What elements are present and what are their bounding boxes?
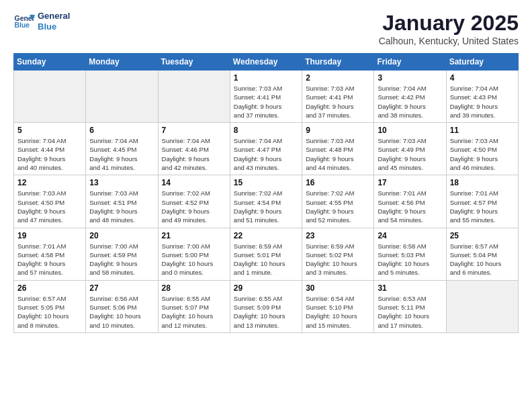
calendar-cell: 14Sunrise: 7:02 AM Sunset: 4:52 PM Dayli… bbox=[158, 175, 230, 228]
calendar-week-row: 5Sunrise: 7:04 AM Sunset: 4:44 PM Daylig… bbox=[14, 123, 519, 175]
day-info: Sunrise: 6:59 AM Sunset: 5:02 PM Dayligh… bbox=[306, 242, 370, 277]
calendar-cell: 18Sunrise: 7:01 AM Sunset: 4:57 PM Dayli… bbox=[446, 175, 518, 228]
calendar-cell: 6Sunrise: 7:04 AM Sunset: 4:45 PM Daylig… bbox=[86, 123, 158, 175]
day-number: 23 bbox=[306, 231, 370, 240]
day-info: Sunrise: 7:03 AM Sunset: 4:41 PM Dayligh… bbox=[234, 84, 298, 120]
header-wednesday: Wednesday bbox=[230, 54, 302, 71]
weekday-header-row: Sunday Monday Tuesday Wednesday Thursday… bbox=[14, 54, 519, 71]
header-saturday: Saturday bbox=[446, 54, 518, 71]
day-info: Sunrise: 6:56 AM Sunset: 5:06 PM Dayligh… bbox=[89, 294, 154, 330]
header-monday: Monday bbox=[86, 54, 158, 71]
calendar-cell: 27Sunrise: 6:56 AM Sunset: 5:06 PM Dayli… bbox=[86, 280, 158, 332]
day-number: 14 bbox=[162, 178, 226, 187]
day-info: Sunrise: 7:02 AM Sunset: 4:54 PM Dayligh… bbox=[234, 189, 298, 224]
day-number: 12 bbox=[17, 178, 82, 187]
day-number: 3 bbox=[378, 73, 442, 83]
day-info: Sunrise: 7:04 AM Sunset: 4:43 PM Dayligh… bbox=[450, 84, 515, 120]
day-number: 29 bbox=[234, 283, 298, 293]
calendar-cell: 24Sunrise: 6:58 AM Sunset: 5:03 PM Dayli… bbox=[374, 228, 446, 280]
calendar-cell: 8Sunrise: 7:04 AM Sunset: 4:47 PM Daylig… bbox=[230, 123, 302, 175]
day-info: Sunrise: 7:03 AM Sunset: 4:48 PM Dayligh… bbox=[306, 136, 370, 172]
day-number: 18 bbox=[450, 178, 515, 187]
day-number: 9 bbox=[306, 126, 370, 135]
logo: General Blue General Blue bbox=[13, 11, 70, 32]
day-info: Sunrise: 7:02 AM Sunset: 4:52 PM Dayligh… bbox=[162, 189, 226, 224]
day-info: Sunrise: 7:04 AM Sunset: 4:46 PM Dayligh… bbox=[162, 136, 226, 172]
day-number: 15 bbox=[234, 178, 298, 187]
day-number: 31 bbox=[378, 283, 442, 293]
day-info: Sunrise: 7:04 AM Sunset: 4:44 PM Dayligh… bbox=[17, 136, 82, 172]
day-info: Sunrise: 7:03 AM Sunset: 4:50 PM Dayligh… bbox=[450, 136, 515, 172]
day-number: 17 bbox=[378, 178, 442, 187]
day-info: Sunrise: 7:04 AM Sunset: 4:45 PM Dayligh… bbox=[89, 136, 154, 172]
calendar-week-row: 26Sunrise: 6:57 AM Sunset: 5:05 PM Dayli… bbox=[14, 280, 519, 332]
day-number: 21 bbox=[162, 231, 226, 240]
calendar-cell bbox=[158, 71, 230, 123]
day-info: Sunrise: 7:04 AM Sunset: 4:47 PM Dayligh… bbox=[234, 136, 298, 172]
calendar-table: Sunday Monday Tuesday Wednesday Thursday… bbox=[13, 53, 519, 333]
day-info: Sunrise: 6:57 AM Sunset: 5:04 PM Dayligh… bbox=[450, 242, 515, 277]
day-number: 16 bbox=[306, 178, 370, 187]
calendar-cell bbox=[14, 71, 86, 123]
day-info: Sunrise: 6:55 AM Sunset: 5:09 PM Dayligh… bbox=[234, 294, 298, 330]
calendar-cell: 10Sunrise: 7:03 AM Sunset: 4:49 PM Dayli… bbox=[374, 123, 446, 175]
day-info: Sunrise: 7:01 AM Sunset: 4:57 PM Dayligh… bbox=[450, 189, 515, 224]
calendar-cell: 26Sunrise: 6:57 AM Sunset: 5:05 PM Dayli… bbox=[14, 280, 86, 332]
header-sunday: Sunday bbox=[14, 54, 86, 71]
calendar-cell: 19Sunrise: 7:01 AM Sunset: 4:58 PM Dayli… bbox=[14, 228, 86, 280]
day-info: Sunrise: 7:03 AM Sunset: 4:49 PM Dayligh… bbox=[378, 136, 442, 172]
calendar-cell: 21Sunrise: 7:00 AM Sunset: 5:00 PM Dayli… bbox=[158, 228, 230, 280]
day-number: 7 bbox=[162, 126, 226, 135]
day-info: Sunrise: 6:59 AM Sunset: 5:01 PM Dayligh… bbox=[234, 242, 298, 277]
day-number: 19 bbox=[17, 231, 82, 240]
calendar-cell bbox=[446, 280, 518, 332]
header: General Blue General Blue January 2025 C… bbox=[13, 11, 519, 46]
day-number: 8 bbox=[234, 126, 298, 135]
calendar-cell: 9Sunrise: 7:03 AM Sunset: 4:48 PM Daylig… bbox=[302, 123, 374, 175]
day-number: 6 bbox=[89, 126, 154, 135]
calendar-week-row: 19Sunrise: 7:01 AM Sunset: 4:58 PM Dayli… bbox=[14, 228, 519, 280]
calendar-cell: 29Sunrise: 6:55 AM Sunset: 5:09 PM Dayli… bbox=[230, 280, 302, 332]
day-info: Sunrise: 7:03 AM Sunset: 4:51 PM Dayligh… bbox=[89, 189, 154, 224]
day-info: Sunrise: 6:54 AM Sunset: 5:10 PM Dayligh… bbox=[306, 294, 370, 330]
calendar-cell: 15Sunrise: 7:02 AM Sunset: 4:54 PM Dayli… bbox=[230, 175, 302, 228]
header-tuesday: Tuesday bbox=[158, 54, 230, 71]
day-number: 11 bbox=[450, 126, 515, 135]
calendar-cell: 28Sunrise: 6:55 AM Sunset: 5:07 PM Dayli… bbox=[158, 280, 230, 332]
svg-text:Blue: Blue bbox=[15, 21, 30, 29]
calendar-cell: 13Sunrise: 7:03 AM Sunset: 4:51 PM Dayli… bbox=[86, 175, 158, 228]
calendar-cell: 3Sunrise: 7:04 AM Sunset: 4:42 PM Daylig… bbox=[374, 71, 446, 123]
calendar-cell: 11Sunrise: 7:03 AM Sunset: 4:50 PM Dayli… bbox=[446, 123, 518, 175]
day-number: 5 bbox=[17, 126, 82, 135]
calendar-cell: 25Sunrise: 6:57 AM Sunset: 5:04 PM Dayli… bbox=[446, 228, 518, 280]
day-info: Sunrise: 7:01 AM Sunset: 4:58 PM Dayligh… bbox=[17, 242, 82, 277]
day-info: Sunrise: 6:55 AM Sunset: 5:07 PM Dayligh… bbox=[162, 294, 226, 330]
calendar-cell: 17Sunrise: 7:01 AM Sunset: 4:56 PM Dayli… bbox=[374, 175, 446, 228]
calendar-cell: 4Sunrise: 7:04 AM Sunset: 4:43 PM Daylig… bbox=[446, 71, 518, 123]
calendar-cell: 1Sunrise: 7:03 AM Sunset: 4:41 PM Daylig… bbox=[230, 71, 302, 123]
day-number: 27 bbox=[89, 283, 154, 293]
day-number: 20 bbox=[89, 231, 154, 240]
day-number: 1 bbox=[234, 73, 298, 83]
day-info: Sunrise: 6:58 AM Sunset: 5:03 PM Dayligh… bbox=[378, 242, 442, 277]
header-thursday: Thursday bbox=[302, 54, 374, 71]
calendar-cell: 22Sunrise: 6:59 AM Sunset: 5:01 PM Dayli… bbox=[230, 228, 302, 280]
day-info: Sunrise: 7:03 AM Sunset: 4:50 PM Dayligh… bbox=[17, 189, 82, 224]
month-title: January 2025 bbox=[379, 11, 519, 36]
logo-icon: General Blue bbox=[13, 12, 35, 31]
day-info: Sunrise: 7:04 AM Sunset: 4:42 PM Dayligh… bbox=[378, 84, 442, 120]
day-info: Sunrise: 6:53 AM Sunset: 5:11 PM Dayligh… bbox=[378, 294, 442, 330]
logo-text-blue: Blue bbox=[38, 21, 70, 32]
calendar-week-row: 1Sunrise: 7:03 AM Sunset: 4:41 PM Daylig… bbox=[14, 71, 519, 123]
day-number: 26 bbox=[17, 283, 82, 293]
calendar-cell: 20Sunrise: 7:00 AM Sunset: 4:59 PM Dayli… bbox=[86, 228, 158, 280]
day-info: Sunrise: 7:00 AM Sunset: 4:59 PM Dayligh… bbox=[89, 242, 154, 277]
day-number: 25 bbox=[450, 231, 515, 240]
day-number: 24 bbox=[378, 231, 442, 240]
day-number: 13 bbox=[89, 178, 154, 187]
day-number: 2 bbox=[306, 73, 370, 83]
logo-text-general: General bbox=[38, 11, 70, 21]
calendar-cell: 7Sunrise: 7:04 AM Sunset: 4:46 PM Daylig… bbox=[158, 123, 230, 175]
calendar-cell: 31Sunrise: 6:53 AM Sunset: 5:11 PM Dayli… bbox=[374, 280, 446, 332]
day-number: 30 bbox=[306, 283, 370, 293]
